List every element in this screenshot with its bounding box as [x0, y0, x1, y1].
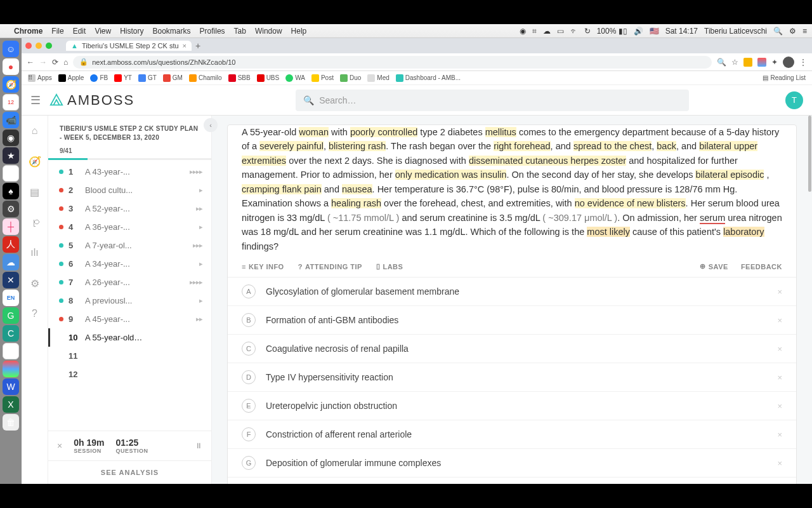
answer-choice[interactable]: AGlycosylation of glomerular basement me… [228, 277, 796, 305]
dock-app-icon[interactable]: ♠ [3, 183, 19, 199]
question-list-item[interactable]: 12 [48, 365, 211, 384]
dock-trash-icon[interactable]: 🗑 [3, 414, 19, 431]
bookmark-item[interactable]: Duo [340, 74, 361, 82]
home-icon[interactable]: ⌂ [63, 58, 68, 67]
dock-app-icon[interactable]: ☁ [3, 254, 19, 271]
dock-word-icon[interactable]: W [3, 378, 19, 395]
extensions-icon[interactable]: ✦ [771, 58, 778, 67]
rail-home-icon[interactable]: ⌂ [29, 124, 41, 137]
rail-help-icon[interactable]: ? [29, 307, 41, 320]
bookmark-item[interactable]: Dashboard - AMB... [396, 74, 461, 82]
menubar-app[interactable]: Chrome [14, 27, 43, 36]
refresh-icon[interactable]: ↻ [584, 27, 591, 36]
eliminate-icon[interactable]: × [777, 458, 782, 468]
bookmark-item[interactable]: Apple [58, 74, 84, 82]
browser-tab[interactable]: ▲ Tiberiu's USMLE Step 2 CK stu × [66, 41, 192, 51]
dock-app-icon[interactable]: ⚙ [3, 201, 19, 217]
zoom-icon[interactable]: 🔍 [717, 58, 726, 67]
control-center-icon[interactable]: ⚙ [789, 27, 796, 36]
answer-choice[interactable]: FConstriction of afferent renal arteriol… [228, 420, 796, 448]
dock-calendar-icon[interactable]: 12 [3, 94, 19, 110]
profile-icon[interactable] [783, 57, 794, 68]
eliminate-icon[interactable]: × [777, 287, 782, 297]
search-input[interactable]: 🔍 Search… [296, 90, 689, 111]
rail-book-icon[interactable]: ▤ [29, 185, 41, 198]
attending-tip-button[interactable]: ? ATTENDING TIP [298, 263, 362, 271]
bookmark-item[interactable]: ⠿Apps [28, 74, 52, 82]
dock-app-icon[interactable]: ★ [3, 147, 19, 164]
spotlight-icon[interactable]: 🔍 [773, 27, 783, 36]
key-info-button[interactable]: ≡ KEY INFO [242, 263, 284, 271]
menu-icon[interactable]: ⌗ [532, 27, 537, 36]
timer-close-icon[interactable]: × [57, 441, 62, 451]
hamburger-icon[interactable]: ☰ [30, 93, 41, 107]
display-icon[interactable]: ▭ [557, 27, 564, 36]
new-tab-icon[interactable]: + [195, 41, 200, 51]
bookmark-item[interactable]: UBS [257, 74, 280, 82]
answer-choice[interactable]: HObstruction of renal tubule× [228, 477, 796, 484]
dock-app-icon[interactable]: C [3, 325, 19, 342]
dock-safari-icon[interactable]: 🧭 [3, 76, 19, 93]
window-minimize-icon[interactable] [36, 43, 42, 49]
answer-choice[interactable]: GDeposition of glomerular immune complex… [228, 448, 796, 477]
window-maximize-icon[interactable] [46, 43, 52, 49]
bookmark-item[interactable]: Post [311, 74, 334, 82]
dock-lang-icon[interactable]: EN [3, 290, 19, 306]
rail-settings-icon[interactable]: ⚙ [29, 277, 41, 290]
bookmark-item[interactable]: SBB [228, 74, 251, 82]
answer-choice[interactable]: BFormation of anti-GBM antibodies× [228, 305, 796, 334]
dock-app-icon[interactable]: ┼ [3, 218, 19, 235]
dock-finder-icon[interactable]: ☺ [3, 41, 19, 57]
question-list-item[interactable]: 5A 7-year-ol...▸▸▸ [48, 236, 211, 255]
question-list-item[interactable]: 6A 34-year-...▸ [48, 255, 211, 273]
forward-icon[interactable]: → [39, 58, 47, 67]
answer-choice[interactable]: CCoagulative necrosis of renal papilla× [228, 334, 796, 363]
save-button[interactable]: ⊕ SAVE [700, 262, 728, 271]
flag-icon[interactable]: 🇺🇸 [650, 27, 659, 36]
dock-app-icon[interactable]: G [3, 307, 19, 324]
feedback-button[interactable]: FEEDBACK [741, 262, 782, 271]
scrollbar-thumb[interactable] [808, 116, 811, 192]
bookmark-item[interactable]: Med [367, 74, 389, 82]
bookmark-item[interactable]: YT [114, 74, 132, 82]
dock-app-icon[interactable]: ▦ [3, 343, 19, 359]
dock-app-icon[interactable]: ✕ [3, 272, 19, 288]
dock-app-icon[interactable] [3, 165, 19, 182]
dock-excel-icon[interactable]: X [3, 396, 19, 413]
labs-button[interactable]: ▯ LABS [376, 262, 403, 271]
dock-obs-icon[interactable]: ◉ [3, 130, 19, 146]
bookmark-item[interactable]: Chamilo [189, 74, 222, 82]
reload-icon[interactable]: ⟳ [52, 58, 58, 67]
eliminate-icon[interactable]: × [777, 373, 782, 382]
ext-icon[interactable] [743, 58, 752, 67]
question-list-item[interactable]: 11 [48, 347, 211, 365]
eliminate-icon[interactable]: × [777, 316, 782, 325]
volume-icon[interactable]: 🔊 [634, 27, 643, 36]
answer-choice[interactable]: EUreteropelvic junction obstruction× [228, 391, 796, 420]
bookmark-item[interactable]: GT [138, 74, 157, 82]
avatar[interactable]: T [785, 91, 803, 109]
menu-icon[interactable]: ≡ [802, 27, 807, 36]
window-close-icon[interactable] [25, 43, 32, 49]
bookmark-item[interactable]: FB [90, 74, 108, 82]
star-icon[interactable]: ☆ [731, 58, 738, 67]
question-list-item[interactable]: 7A 26-year-...▸▸▸▸ [48, 273, 211, 291]
question-list-item[interactable]: 3A 52-year-...▸▸ [48, 199, 211, 218]
question-list-item[interactable]: 2Blood cultu...▸ [48, 181, 211, 199]
reading-list[interactable]: ▤ Reading List [763, 74, 806, 81]
question-list-item[interactable]: 9A 45-year-...▸▸ [48, 310, 211, 328]
eliminate-icon[interactable]: × [777, 401, 782, 411]
eliminate-icon[interactable]: × [777, 344, 782, 354]
cloud-icon[interactable]: ☁ [543, 27, 551, 36]
timer-pause-icon[interactable]: ⏸ [195, 441, 202, 450]
bookmark-item[interactable]: GM [163, 74, 183, 82]
app-logo[interactable]: AMBOSS [49, 92, 134, 109]
ext-icon[interactable] [757, 58, 766, 67]
menu-icon[interactable]: ◉ [520, 27, 526, 36]
question-list-item[interactable]: 10A 55-year-old… [48, 328, 211, 347]
back-icon[interactable]: ← [27, 58, 34, 67]
collapse-sidebar-icon[interactable]: ‹ [204, 118, 218, 132]
user-name[interactable]: Tiberiu Laticevschi [704, 27, 767, 36]
eliminate-icon[interactable]: × [777, 430, 782, 439]
question-list-item[interactable]: 8A previousl...▸ [48, 291, 211, 310]
